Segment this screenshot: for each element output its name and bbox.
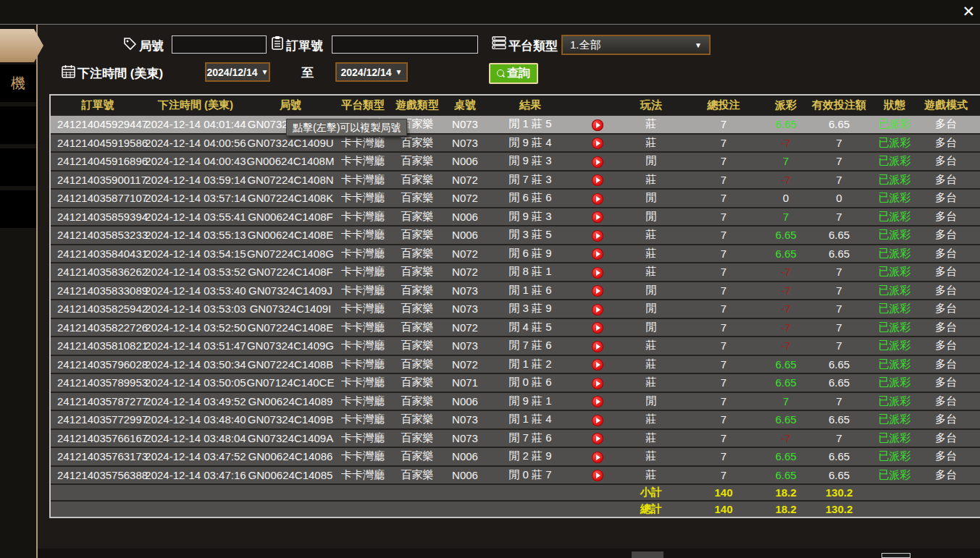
table-row[interactable]: 241214035763173 2024-12-14 03:47:52 GN00… bbox=[51, 447, 980, 465]
play-video-icon[interactable] bbox=[592, 322, 603, 334]
cell-game-no[interactable]: GN00624C14086 bbox=[246, 450, 335, 462]
table-row[interactable]: 241214045919586 2024-12-14 04:00:56 GN07… bbox=[51, 133, 980, 152]
cell-replay bbox=[574, 468, 621, 481]
table-row[interactable]: 241214035772997 2024-12-14 03:48:40 GN07… bbox=[51, 410, 980, 428]
table-row[interactable]: 241214035796028 2024-12-14 03:50:34 GN07… bbox=[51, 355, 980, 373]
cell-order-no: 241214045929447 bbox=[51, 118, 145, 130]
cell-game-no[interactable]: GN07324C1409A bbox=[246, 432, 335, 444]
cell-table-no: N073 bbox=[443, 432, 487, 444]
cell-game-no[interactable]: GN07224C1408E bbox=[246, 321, 335, 334]
cell-valid-bet: 6.65 bbox=[805, 413, 873, 426]
cell-game-no[interactable]: GN07224C1408N bbox=[246, 174, 335, 186]
play-video-icon[interactable] bbox=[592, 267, 603, 279]
table-row[interactable]: 241214035859394 2024-12-14 03:55:41 GN00… bbox=[51, 207, 980, 226]
table-row[interactable]: 241214035789953 2024-12-14 03:50:05 GN07… bbox=[51, 373, 980, 392]
cell-bet-time: 2024-12-14 03:55:41 bbox=[145, 211, 246, 223]
cell-game-mode: 多台 bbox=[916, 394, 976, 408]
table-row[interactable]: 241214035900117 2024-12-14 03:59:14 GN07… bbox=[51, 170, 980, 189]
cell-total-bet: 7 bbox=[681, 284, 766, 297]
play-video-icon[interactable] bbox=[592, 138, 603, 149]
table-row[interactable]: 241214035833089 2024-12-14 03:53:40 GN07… bbox=[51, 281, 980, 300]
cell-total-bet: 7 bbox=[681, 248, 766, 260]
table-row[interactable]: 241214035822726 2024-12-14 03:52:50 GN07… bbox=[51, 318, 980, 337]
sidebar-tab-machine[interactable]: 機 bbox=[0, 64, 36, 102]
play-video-icon[interactable] bbox=[592, 378, 603, 389]
cell-game-no[interactable]: GN00624C1408E bbox=[246, 229, 335, 241]
play-video-icon[interactable] bbox=[592, 452, 603, 463]
table-row[interactable]: 241214045929447 2024-12-14 04:01:44 GN07… bbox=[51, 114, 980, 133]
cell-game-mode: 多台 bbox=[916, 265, 976, 279]
play-video-icon[interactable] bbox=[592, 156, 603, 168]
cell-game-no[interactable]: GN07224C1408K bbox=[246, 192, 335, 204]
cell-total-bet: 7 bbox=[681, 266, 766, 278]
cell-game-no[interactable]: GN07224C1408F bbox=[246, 266, 335, 278]
date-to-picker[interactable]: 2024/12/14 ▼ bbox=[335, 62, 408, 82]
table-row[interactable]: 241214045916896 2024-12-14 04:00:43 GN00… bbox=[51, 151, 980, 170]
cell-game-no[interactable]: GN00624C1408M bbox=[246, 155, 335, 167]
sidebar-tab-3[interactable] bbox=[0, 148, 36, 186]
cell-status: 已派彩 bbox=[873, 376, 916, 389]
cell-replay bbox=[574, 394, 621, 407]
table-row[interactable]: 241214035825942 2024-12-14 03:53:03 GN07… bbox=[51, 299, 980, 318]
cell-game-type: 百家樂 bbox=[391, 468, 443, 482]
date-from-picker[interactable]: 2024/12/14 ▼ bbox=[205, 62, 270, 82]
play-video-icon[interactable] bbox=[592, 304, 603, 316]
subtotal-label: 小計 bbox=[621, 486, 681, 499]
cell-game-no[interactable]: GN00624C1408F bbox=[246, 211, 335, 223]
cell-game-no[interactable]: GN07324C1409J bbox=[246, 284, 335, 297]
play-video-icon[interactable] bbox=[592, 433, 603, 444]
play-video-icon[interactable] bbox=[592, 174, 603, 186]
table-row[interactable]: 241214035810821 2024-12-14 03:51:47 GN07… bbox=[51, 336, 980, 355]
cell-table-no: N072 bbox=[443, 266, 487, 278]
cell-game-no[interactable]: GN07124C140CE bbox=[246, 376, 335, 389]
play-video-icon[interactable] bbox=[592, 230, 603, 242]
table-row[interactable]: 241214035766167 2024-12-14 03:48:04 GN07… bbox=[51, 428, 980, 447]
play-video-icon[interactable] bbox=[592, 248, 603, 260]
cell-replay bbox=[574, 136, 621, 149]
cell-table-no: N072 bbox=[443, 192, 487, 204]
play-video-icon[interactable] bbox=[592, 415, 603, 426]
cell-game-no[interactable]: GN00624C14089 bbox=[246, 395, 335, 407]
order-no-input[interactable] bbox=[332, 35, 478, 54]
cell-bet-time: 2024-12-14 03:52:50 bbox=[145, 321, 246, 334]
table-row[interactable]: 241214035840431 2024-12-14 03:54:15 GN07… bbox=[51, 244, 980, 263]
cell-bet-time: 2024-12-14 03:53:03 bbox=[145, 303, 246, 315]
cell-play: 莊 bbox=[621, 431, 681, 445]
cell-result: 閒 6 莊 6 bbox=[487, 191, 574, 205]
cell-bet-time: 2024-12-14 04:00:56 bbox=[145, 137, 246, 149]
cell-game-mode: 多台 bbox=[916, 321, 976, 334]
play-video-icon[interactable] bbox=[592, 119, 603, 131]
cell-game-no[interactable]: GN00624C14085 bbox=[246, 469, 335, 481]
cell-status: 已派彩 bbox=[873, 394, 916, 408]
cell-bet-time: 2024-12-14 03:49:52 bbox=[145, 395, 246, 407]
cell-payout: -7 bbox=[766, 284, 805, 297]
play-video-icon[interactable] bbox=[592, 285, 603, 297]
game-no-input[interactable] bbox=[172, 35, 267, 54]
table-row[interactable]: 241214035756388 2024-12-14 03:47:16 GN00… bbox=[51, 465, 980, 484]
cell-game-mode: 多台 bbox=[916, 247, 976, 261]
bottom-strip bbox=[37, 549, 980, 558]
platform-type-select[interactable]: 1.全部 ▼ bbox=[561, 35, 711, 55]
play-video-icon[interactable] bbox=[592, 359, 603, 371]
cell-game-no[interactable]: GN07224C1408B bbox=[246, 358, 335, 371]
play-video-icon[interactable] bbox=[592, 341, 603, 352]
play-video-icon[interactable] bbox=[592, 470, 603, 481]
cell-game-no[interactable]: GN07324C1409U bbox=[246, 137, 335, 149]
sidebar-tab-4[interactable] bbox=[0, 190, 36, 228]
cell-valid-bet: 6.65 bbox=[805, 118, 873, 130]
close-icon[interactable]: ✕ bbox=[962, 2, 975, 21]
table-row[interactable]: 241214035853233 2024-12-14 03:55:13 GN00… bbox=[51, 225, 980, 244]
cell-game-no[interactable]: GN07324C1409B bbox=[246, 413, 335, 426]
table-row[interactable]: 241214035877107 2024-12-14 03:57:14 GN07… bbox=[51, 188, 980, 207]
sidebar-tab-2[interactable] bbox=[0, 106, 36, 144]
cell-game-no[interactable]: GN07224C1408G bbox=[246, 248, 335, 260]
cell-game-no[interactable]: GN07324C1409G bbox=[246, 339, 335, 352]
play-video-icon[interactable] bbox=[592, 211, 603, 223]
play-video-icon[interactable] bbox=[592, 193, 603, 205]
search-button[interactable]: 查詢 bbox=[489, 63, 538, 84]
table-row[interactable]: 241214035787277 2024-12-14 03:49:52 GN00… bbox=[51, 392, 980, 410]
cell-order-no: 241214035796028 bbox=[51, 358, 145, 371]
table-row[interactable]: 241214035836262 2024-12-14 03:53:52 GN07… bbox=[51, 262, 980, 281]
cell-game-no[interactable]: GN07324C1409I bbox=[246, 303, 335, 315]
play-video-icon[interactable] bbox=[592, 396, 603, 407]
